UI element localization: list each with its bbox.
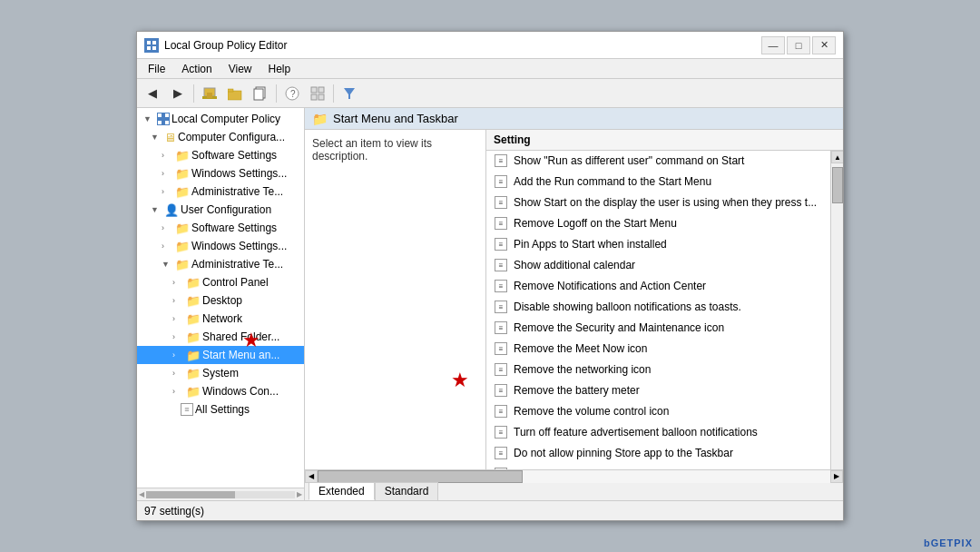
content-area: ▼ Local Computer Policy ▼ 🖥 Computer Con… [137, 108, 843, 500]
svg-marker-18 [344, 88, 355, 99]
tree-item-control-panel[interactable]: › 📁 Control Panel [137, 273, 304, 291]
description-panel: Select an item to view its description. [305, 130, 486, 469]
tree-item-software-settings-1[interactable]: › 📁 Software Settings [137, 146, 304, 164]
svg-rect-11 [254, 89, 263, 100]
svg-text:?: ? [290, 89, 296, 99]
setting-item-2[interactable]: ≡ Show Start on the display the user is … [486, 192, 830, 213]
tree-item-user-config[interactable]: ▼ 👤 User Configuration [137, 201, 304, 219]
svg-rect-17 [318, 94, 324, 100]
tree-item-all-settings[interactable]: ≡ All Settings [137, 400, 304, 419]
tree-content: ▼ Local Computer Policy ▼ 🖥 Computer Con… [137, 108, 304, 488]
svg-rect-22 [158, 121, 162, 124]
svg-rect-15 [318, 87, 324, 93]
tree-panel: ▼ Local Computer Policy ▼ 🖥 Computer Con… [137, 108, 305, 500]
settings-header: Setting [486, 130, 843, 151]
help-button[interactable]: ? [280, 83, 304, 104]
view-button[interactable] [306, 83, 329, 104]
tree-item-desktop[interactable]: › 📁 Desktop [137, 291, 304, 310]
tree-item-admin-te-1[interactable]: › 📁 Administrative Te... [137, 182, 304, 201]
svg-rect-9 [228, 89, 233, 92]
tree-item-system[interactable]: › 📁 System [137, 364, 304, 382]
svg-rect-21 [165, 113, 169, 117]
bottom-tabs-area: ◀ ▶ Extended Standard [305, 469, 843, 500]
setting-item-3[interactable]: ≡ Remove Logoff on the Start Menu [486, 213, 830, 234]
tree-item-windows-settings-1[interactable]: › 📁 Windows Settings... [137, 164, 304, 182]
setting-item-10[interactable]: ≡ Remove the networking icon [486, 360, 830, 380]
tree-item-windows-settings-2[interactable]: › 📁 Windows Settings... [137, 237, 304, 255]
settings-scrollbar[interactable]: ▲ [830, 151, 843, 469]
menu-bar: File Action View Help [137, 59, 843, 79]
setting-item-1[interactable]: ≡ Add the Run command to the Start Menu [486, 172, 830, 192]
svg-rect-7 [207, 93, 212, 98]
svg-rect-1 [147, 41, 151, 44]
tab-extended[interactable]: Extended [309, 482, 375, 500]
setting-item-11[interactable]: ≡ Remove the battery meter [486, 380, 830, 401]
up-button[interactable] [198, 83, 221, 104]
description-text: Select an item to view its description. [312, 137, 432, 163]
setting-item-13[interactable]: ≡ Turn off feature advertisement balloon… [486, 422, 830, 443]
svg-rect-20 [158, 113, 162, 117]
setting-item-0[interactable]: ≡ Show "Run as different user" command o… [486, 151, 830, 172]
menu-action[interactable]: Action [174, 61, 219, 77]
h-scrollbar[interactable]: ◀ ▶ [305, 469, 843, 482]
forward-button[interactable]: ▶ [166, 83, 190, 104]
toolbar-separator-1 [193, 84, 194, 103]
app-icon [144, 38, 159, 53]
tree-item-network[interactable]: › 📁 Network [137, 310, 304, 328]
annotation-star-2: ★ [451, 369, 469, 392]
tree-item-windows-con[interactable]: › 📁 Windows Con... [137, 382, 304, 400]
tabs-bar: Extended Standard [305, 482, 843, 500]
toolbar-separator-3 [333, 84, 334, 103]
tree-item-start-menu[interactable]: › 📁 Start Menu an... [137, 346, 304, 364]
tree-item-computer-config[interactable]: ▼ 🖥 Computer Configura... [137, 128, 304, 146]
split-panel: Select an item to view its description. … [305, 130, 843, 469]
tree-item-admin-te-2[interactable]: ▼ 📁 Administrative Te... [137, 255, 304, 273]
settings-list: ≡ Show "Run as different user" command o… [486, 151, 830, 469]
setting-item-8[interactable]: ≡ Remove the Security and Maintenance ic… [486, 318, 830, 339]
main-panel: 📁 Start Menu and Taskbar Select an item … [305, 108, 843, 500]
window-title: Local Group Policy Editor [164, 39, 287, 52]
copy-button[interactable] [249, 83, 272, 104]
back-button[interactable]: ◀ [141, 83, 164, 104]
svg-rect-3 [147, 46, 151, 50]
maximize-button[interactable]: □ [787, 36, 810, 54]
setting-item-7[interactable]: ≡ Disable showing balloon notifications … [486, 297, 830, 318]
svg-rect-8 [228, 91, 241, 100]
settings-panel: Setting ≡ Show "Run as different user" c… [486, 130, 843, 469]
svg-rect-4 [152, 46, 156, 50]
watermark: bGETPIX [924, 537, 973, 548]
svg-rect-23 [165, 121, 169, 124]
title-bar: Local Group Policy Editor — □ ✕ [137, 32, 843, 59]
svg-rect-14 [311, 87, 317, 93]
tree-h-scrollbar[interactable]: ◀ ▶ [137, 488, 304, 500]
setting-item-9[interactable]: ≡ Remove the Meet Now icon [486, 339, 830, 360]
tab-standard[interactable]: Standard [375, 482, 439, 500]
filter-button[interactable] [338, 83, 361, 104]
toolbar-separator-2 [276, 84, 277, 103]
svg-rect-2 [152, 41, 156, 44]
tree-item-software-settings-2[interactable]: › 📁 Software Settings [137, 219, 304, 237]
setting-item-14[interactable]: ≡ Do not allow pinning Store app to the … [486, 443, 830, 464]
setting-item-4[interactable]: ≡ Pin Apps to Start when installed [486, 234, 830, 255]
status-text: 97 setting(s) [144, 505, 204, 518]
status-bar: 97 setting(s) [137, 500, 843, 520]
annotation-star-1: ★ [242, 329, 260, 352]
menu-view[interactable]: View [221, 61, 260, 77]
minimize-button[interactable]: — [761, 36, 785, 54]
folder-title: Start Menu and Taskbar [333, 112, 458, 125]
setting-item-5[interactable]: ≡ Show additional calendar [486, 255, 830, 276]
svg-rect-16 [311, 94, 317, 100]
setting-item-12[interactable]: ≡ Remove the volume control icon [486, 401, 830, 422]
close-button[interactable]: ✕ [812, 36, 836, 54]
toolbar: ◀ ▶ ? [137, 79, 843, 108]
menu-help[interactable]: Help [261, 61, 299, 77]
tree-item-root[interactable]: ▼ Local Computer Policy [137, 110, 304, 128]
main-window: Local Group Policy Editor — □ ✕ File Act… [136, 31, 844, 521]
tree-item-shared-folder[interactable]: › 📁 Shared Folder... [137, 328, 304, 346]
menu-file[interactable]: File [141, 61, 172, 77]
folder-header: 📁 Start Menu and Taskbar [305, 108, 843, 130]
folder-button[interactable] [223, 83, 247, 104]
setting-item-6[interactable]: ≡ Remove Notifications and Action Center [486, 276, 830, 297]
